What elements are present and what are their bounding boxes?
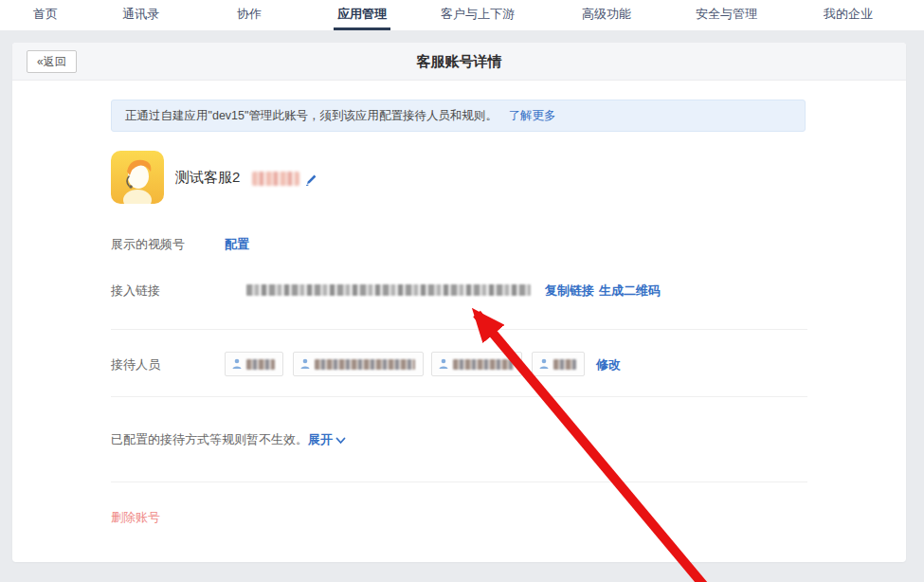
access-link-label: 接入链接	[111, 282, 160, 300]
expand-link[interactable]: 展开	[308, 432, 333, 446]
info-banner: 正通过自建应用"dev15"管理此账号，须到该应用配置接待人员和规则。 了解更多	[111, 100, 806, 132]
nav-tab-security[interactable]: 安全与管理	[696, 0, 757, 30]
page: 首页 通讯录 协作 应用管理 客户与上下游 高级功能 安全与管理 我的企业 客服…	[0, 0, 924, 582]
reception-member-tag	[225, 352, 283, 376]
divider	[111, 396, 807, 397]
customer-service-avatar-icon	[111, 151, 164, 204]
reception-staff-label: 接待人员	[111, 356, 160, 373]
back-button[interactable]: «返回	[27, 50, 77, 73]
generate-qr-link[interactable]: 生成二维码	[599, 282, 661, 300]
nav-tab-advanced[interactable]: 高级功能	[582, 0, 631, 30]
account-avatar	[111, 151, 164, 204]
reception-member-tag	[293, 352, 424, 376]
redacted-account-name-suffix	[252, 172, 299, 186]
modify-staff-link[interactable]: 修改	[596, 356, 621, 373]
account-name: 测试客服2	[175, 169, 240, 187]
nav-tab-contacts[interactable]: 通讯录	[122, 0, 159, 30]
copy-link-button[interactable]: 复制链接	[545, 282, 594, 300]
nav-tab-customers[interactable]: 客户与上下游	[441, 0, 515, 30]
video-account-label: 展示的视频号	[111, 236, 185, 253]
edit-name-icon[interactable]	[305, 173, 317, 186]
redacted-member-name	[453, 359, 514, 370]
chevron-down-icon[interactable]	[335, 437, 346, 445]
nav-tab-my-company[interactable]: 我的企业	[824, 0, 873, 30]
learn-more-link[interactable]: 了解更多	[508, 109, 555, 122]
redacted-member-name	[246, 359, 275, 370]
divider	[111, 482, 807, 482]
nav-tab-collaborate[interactable]: 协作	[237, 0, 262, 30]
reception-member-tag	[532, 352, 585, 376]
rules-status-text: 已配置的接待方式等规则暂不生效。展开	[111, 431, 346, 448]
configure-video-link[interactable]: 配置	[225, 236, 249, 253]
redacted-member-name	[553, 359, 576, 370]
delete-account-link[interactable]: 删除账号	[111, 509, 160, 526]
page-title: 客服账号详情	[12, 43, 906, 81]
person-icon	[232, 358, 242, 370]
person-icon	[539, 358, 549, 370]
nav-tab-home[interactable]: 首页	[33, 0, 58, 30]
detail-panel: 客服账号详情 «返回 正通过自建应用"dev15"管理此账号，须到该应用配置接待…	[12, 43, 906, 562]
person-icon	[300, 358, 310, 370]
divider	[111, 329, 807, 330]
info-banner-text: 正通过自建应用"dev15"管理此账号，须到该应用配置接待人员和规则。	[125, 109, 498, 122]
top-navigation: 首页 通讯录 协作 应用管理 客户与上下游 高级功能 安全与管理 我的企业	[0, 0, 924, 30]
redacted-access-url	[246, 284, 531, 296]
rules-text: 已配置的接待方式等规则暂不生效。	[111, 432, 308, 446]
nav-tab-app-management[interactable]: 应用管理	[337, 0, 387, 30]
redacted-member-name	[315, 359, 415, 370]
person-icon	[439, 358, 448, 370]
panel-header: 客服账号详情 «返回	[12, 43, 906, 81]
reception-member-tag	[431, 352, 522, 376]
